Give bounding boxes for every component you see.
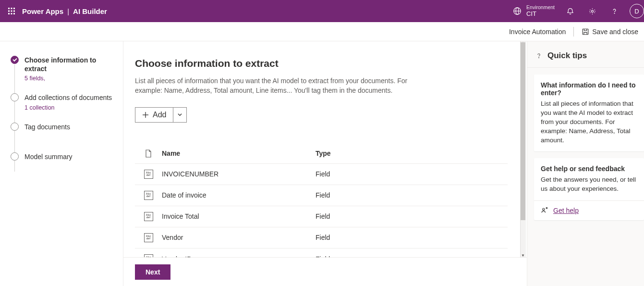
step-title: Model summary (24, 152, 73, 161)
tip-text: List all pieces of information that you … (541, 99, 637, 145)
text-field-icon: Abcdef (144, 170, 153, 179)
text-field-icon: Abcdef (144, 212, 153, 221)
field-name: Date of invoice (162, 191, 316, 199)
field-type: Field (316, 191, 508, 199)
product-brand: Power Apps | AI Builder (22, 7, 107, 15)
notifications-icon[interactable] (563, 4, 577, 18)
user-avatar[interactable]: D (630, 4, 644, 18)
tip-text: Get the answers you need, or tell us abo… (541, 175, 637, 194)
next-button[interactable]: Next (135, 264, 170, 280)
svg-rect-0 (8, 8, 10, 9)
tip-title: What information do I need to enter? (541, 81, 637, 97)
svg-rect-5 (13, 11, 15, 12)
step-model-summary[interactable]: Model summary (11, 152, 116, 173)
svg-rect-2 (13, 8, 15, 9)
field-name: Vendor (162, 234, 316, 241)
tips-header: Quick tips (547, 51, 587, 61)
svg-rect-4 (11, 11, 12, 12)
field-type: Field (316, 234, 508, 241)
text-field-icon: Abcdef (144, 254, 153, 257)
table-row[interactable]: Abcdef Vendor ID Field (135, 249, 508, 257)
svg-point-18 (543, 209, 545, 211)
page-description: List all pieces of information that you … (135, 76, 423, 96)
field-name: INVOICENUMBER (162, 170, 316, 178)
svg-rect-7 (11, 13, 12, 14)
text-field-icon: Abcdef (144, 233, 153, 242)
plus-icon (142, 112, 149, 118)
field-name: Invoice Total (162, 212, 316, 220)
svg-rect-8 (13, 13, 15, 14)
step-choose-info[interactable]: Choose information to extract 5 fields, (11, 56, 116, 93)
fields-table: Name Type Abcdef INVOICENUMBER Field Abc… (135, 144, 508, 257)
step-title: Add collections of documents (24, 93, 112, 102)
step-subtext: 5 fields, (24, 75, 116, 82)
svg-point-12 (591, 10, 593, 12)
wizard-footer: Next (123, 257, 527, 286)
environment-name: CIT (526, 11, 555, 17)
save-label: Save and close (592, 28, 638, 36)
environment-picker[interactable]: Environment CIT (513, 5, 555, 17)
step-indicator-done-icon (11, 56, 19, 64)
step-indicator-icon (11, 152, 19, 161)
field-type: Field (316, 170, 508, 178)
step-tag-documents[interactable]: Tag documents (11, 123, 116, 152)
save-and-close-button[interactable]: Save and close (582, 28, 638, 36)
step-subtext: 1 collection (24, 104, 112, 111)
table-row[interactable]: Abcdef INVOICENUMBER Field (135, 164, 508, 185)
column-header-icon[interactable] (135, 149, 162, 158)
chevron-down-icon (177, 112, 182, 117)
step-add-collections[interactable]: Add collections of documents 1 collectio… (11, 93, 116, 122)
add-label: Add (153, 111, 166, 119)
page-title: Choose information to extract (135, 58, 508, 69)
wizard-steps: Choose information to extract 5 fields, … (0, 41, 123, 286)
section-name[interactable]: AI Builder (73, 7, 107, 15)
environment-label: Environment (526, 5, 555, 11)
svg-point-17 (539, 58, 539, 58)
settings-icon[interactable] (585, 4, 599, 18)
svg-rect-14 (583, 29, 588, 35)
field-type: Field (316, 255, 508, 257)
add-field-dropdown[interactable] (173, 108, 186, 122)
table-row[interactable]: Abcdef Vendor Field (135, 227, 508, 249)
table-row[interactable]: Abcdef Date of invoice Field (135, 185, 508, 206)
app-name[interactable]: Power Apps (22, 7, 63, 15)
scrollbar[interactable]: ▲ ▼ (520, 41, 526, 257)
person-help-icon (541, 207, 548, 214)
step-title: Choose information to extract (24, 56, 116, 73)
tip-card-feedback: Get help or send feedback Get the answer… (534, 158, 644, 220)
separator: | (67, 7, 69, 15)
help-icon[interactable] (608, 4, 621, 18)
step-indicator-icon (11, 93, 19, 101)
step-indicator-icon (11, 123, 19, 131)
tip-title: Get help or send feedback (541, 165, 637, 173)
get-help-link[interactable]: Get help (553, 207, 579, 214)
column-header-type[interactable]: Type (316, 149, 508, 157)
text-field-icon: Abcdef (144, 191, 153, 200)
field-name: Vendor ID (162, 255, 316, 257)
main-content: Choose information to extract List all p… (123, 41, 527, 257)
column-header-name[interactable]: Name (162, 149, 316, 157)
add-field-button[interactable]: Add (135, 107, 187, 123)
field-type: Field (316, 212, 508, 220)
divider (573, 27, 574, 37)
step-title: Tag documents (24, 123, 70, 131)
global-header: Power Apps | AI Builder Environment CIT … (0, 0, 644, 22)
tip-card-info: What information do I need to enter? Lis… (534, 75, 644, 151)
command-bar: Invoice Automation Save and close (0, 22, 644, 41)
app-launcher-icon[interactable] (4, 3, 19, 19)
help-icon (535, 52, 543, 60)
quick-tips-panel: Quick tips What information do I need to… (527, 41, 644, 286)
table-row[interactable]: Abcdef Invoice Total Field (135, 206, 508, 227)
svg-rect-3 (8, 11, 10, 12)
scrollbar-thumb[interactable] (521, 42, 525, 220)
svg-rect-6 (8, 13, 10, 14)
scroll-down-icon[interactable]: ▼ (521, 253, 525, 257)
svg-rect-1 (11, 8, 12, 9)
model-name[interactable]: Invoice Automation (509, 28, 566, 36)
svg-point-13 (614, 13, 614, 13)
